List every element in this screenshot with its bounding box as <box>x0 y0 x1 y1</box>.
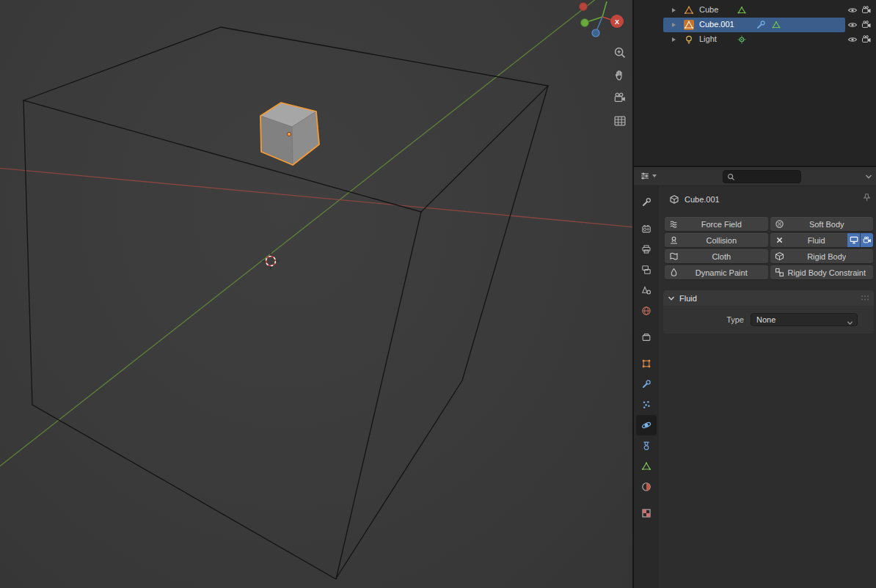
3d-viewport[interactable]: X <box>0 0 632 588</box>
pan-hand-icon[interactable] <box>613 69 627 82</box>
tab-material-properties[interactable] <box>636 477 657 497</box>
mesh-data-icon[interactable] <box>737 5 747 15</box>
outliner-panel[interactable]: Cube <box>634 0 876 166</box>
render-visibility-camera-icon[interactable] <box>861 20 872 30</box>
properties-tab-strip <box>634 186 659 588</box>
navigation-gizmo[interactable]: X <box>580 1 624 37</box>
render-visibility-camera-icon[interactable] <box>861 5 872 15</box>
world-icon <box>641 306 651 316</box>
mesh-object-icon <box>684 20 694 30</box>
modifier-wrench-icon[interactable] <box>756 20 766 30</box>
cloth-button[interactable]: Cloth <box>665 249 768 263</box>
pin-icon[interactable] <box>862 193 872 204</box>
eye-icon[interactable] <box>847 20 858 30</box>
scene-icon <box>641 285 651 295</box>
header-chevron-button[interactable] <box>865 172 872 181</box>
tab-view-layer-properties[interactable] <box>636 260 657 280</box>
force-field-button[interactable]: Force Field <box>665 217 768 231</box>
selected-cube[interactable] <box>260 103 319 165</box>
fluid-type-row: Type None <box>663 313 874 326</box>
monitor-toggle-icon[interactable] <box>847 233 860 247</box>
search-icon <box>727 173 735 181</box>
outliner-row-light[interactable]: Light <box>634 32 876 47</box>
search-box[interactable] <box>723 170 801 183</box>
particles-icon <box>641 400 651 410</box>
collision-button[interactable]: Collision <box>665 233 768 247</box>
light-data-icon[interactable] <box>737 34 747 45</box>
mesh-object-icon <box>684 5 694 15</box>
soft-body-button[interactable]: Soft Body <box>770 217 874 231</box>
button-label: Rigid Body Constraint <box>778 268 866 277</box>
collection-icon <box>641 332 651 342</box>
gizmo-y-ball[interactable] <box>581 19 589 27</box>
fluid-type-dropdown[interactable]: None <box>751 313 858 326</box>
tab-constraint-properties[interactable] <box>636 436 657 456</box>
properties-editor: Cube.001 <box>634 167 876 588</box>
properties-header <box>634 167 876 186</box>
viewport-scene: X <box>0 0 632 588</box>
rigid-body-button[interactable]: Rigid Body <box>770 249 874 263</box>
breadcrumb[interactable]: Cube.001 <box>669 193 720 206</box>
object-name[interactable]: Light <box>699 34 717 43</box>
grid-ortho-icon[interactable] <box>613 114 627 128</box>
active-object-name: Cube.001 <box>685 195 720 204</box>
3d-cursor-icon <box>262 252 280 270</box>
tab-world-properties[interactable] <box>636 301 657 321</box>
wireframe-cube-front-edge <box>336 212 421 579</box>
cloth-icon <box>669 251 679 261</box>
outliner-row-cube[interactable]: Cube <box>634 3 876 18</box>
camera-toggle-icon[interactable] <box>861 233 873 247</box>
chevron-down-icon <box>652 174 657 177</box>
render-icon <box>641 224 651 234</box>
editor-type-button[interactable] <box>640 171 657 181</box>
tab-object-properties[interactable] <box>636 353 657 374</box>
gizmo-y-axis-line <box>602 1 607 17</box>
panel-grip-icon[interactable] <box>861 294 869 303</box>
button-label: Rigid Body <box>797 252 846 261</box>
search-input[interactable] <box>738 172 797 181</box>
outliner-row-cube-001[interactable]: Cube.001 <box>634 18 876 32</box>
eye-icon[interactable] <box>847 5 858 15</box>
tab-particle-properties[interactable] <box>636 394 657 415</box>
object-name[interactable]: Cube.001 <box>699 20 734 29</box>
tab-texture-properties[interactable] <box>636 503 657 523</box>
zoom-icon[interactable] <box>613 46 627 59</box>
printer-icon <box>641 244 651 254</box>
gizmo-z-ball[interactable] <box>592 29 599 37</box>
fluid-button[interactable]: Fluid <box>770 233 874 247</box>
tab-output-properties[interactable] <box>636 239 657 260</box>
expand-arrow-icon[interactable] <box>672 23 676 27</box>
button-label: Force Field <box>691 220 742 229</box>
tab-scene-properties[interactable] <box>636 280 657 301</box>
gizmo-neg-x-ball[interactable] <box>580 3 588 11</box>
object-name[interactable]: Cube <box>699 5 718 14</box>
tab-tool[interactable] <box>636 192 657 213</box>
mesh-data-icon[interactable] <box>771 20 781 30</box>
properties-content: Cube.001 <box>659 186 876 588</box>
tab-modifier-properties[interactable] <box>636 374 657 394</box>
remove-x-icon[interactable] <box>775 235 784 245</box>
expand-arrow-icon[interactable] <box>672 8 676 12</box>
panel-title: Fluid <box>679 294 697 303</box>
rigid-body-constraint-button[interactable]: Rigid Body Constraint <box>770 265 874 279</box>
physics-buttons-grid: Force Field Soft Body <box>665 217 873 279</box>
tab-physics-properties[interactable] <box>636 415 657 436</box>
fluid-panel-body: Type None <box>663 306 874 334</box>
gizmo-x-label: X <box>615 18 619 26</box>
eye-icon[interactable] <box>847 34 858 45</box>
dynamic-paint-button[interactable]: Dynamic Paint <box>665 265 768 279</box>
camera-view-icon[interactable] <box>613 92 627 105</box>
render-visibility-camera-icon[interactable] <box>861 34 872 45</box>
gizmo-x-axis-line <box>602 17 611 20</box>
tab-object-data-properties[interactable] <box>636 456 657 477</box>
dynamic-paint-icon <box>669 268 679 277</box>
fluid-panel-header[interactable]: Fluid <box>663 290 874 306</box>
fluid-type-value: None <box>756 315 775 324</box>
tab-collection-properties[interactable] <box>636 327 657 348</box>
texture-icon <box>641 508 651 518</box>
fluid-panel: Fluid Type None <box>663 290 874 334</box>
material-icon <box>641 482 651 492</box>
button-label: Cloth <box>701 252 731 261</box>
tab-render-properties[interactable] <box>636 218 657 239</box>
expand-arrow-icon[interactable] <box>672 37 676 42</box>
